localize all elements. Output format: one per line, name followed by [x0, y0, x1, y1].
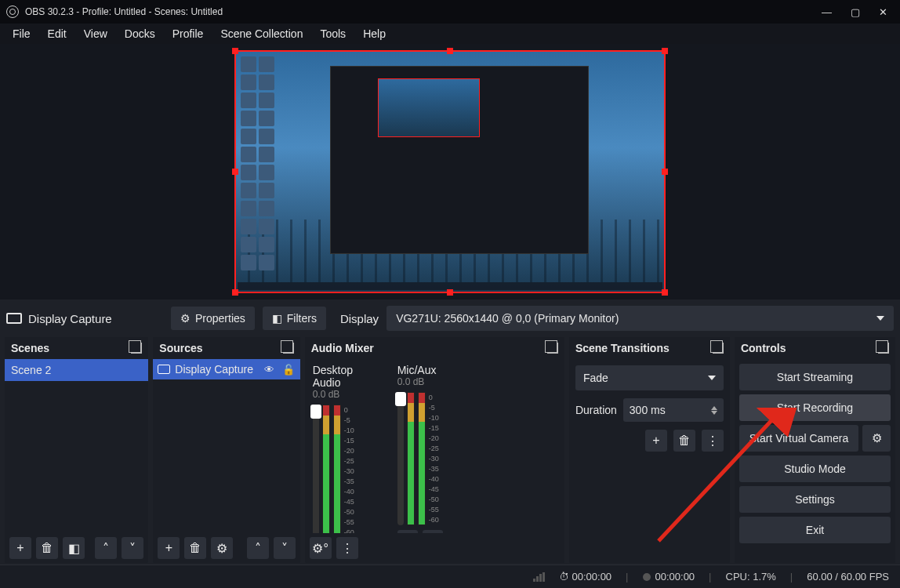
popout-icon[interactable] [547, 343, 558, 354]
popout-icon[interactable] [878, 343, 889, 354]
db-ticks: 0-5-10-15-20-25-30-35-40-45-50-55-60 [429, 392, 439, 525]
add-transition-button[interactable]: + [645, 430, 667, 452]
scene-filters-button[interactable]: ◧ [63, 537, 85, 559]
popout-icon[interactable] [713, 343, 724, 354]
chevron-down-icon [876, 316, 884, 321]
statusbar: ⏱ 00:00:00 | 00:00:00 | CPU: 1.7% | 60.0… [0, 564, 900, 588]
channel-menu-button[interactable]: ⋮ [423, 530, 443, 533]
volume-slider[interactable] [313, 405, 319, 533]
menu-view[interactable]: View [76, 24, 115, 43]
add-source-button[interactable]: + [158, 537, 180, 559]
menu-tools[interactable]: Tools [312, 24, 354, 43]
network-signal-icon [533, 572, 545, 582]
studio-mode-button[interactable]: Studio Mode [739, 456, 891, 482]
controls-dock: Controls Start Streaming Start Recording… [735, 337, 895, 563]
transitions-dock: Scene Transitions Fade Duration 300 ms +… [569, 337, 730, 563]
filters-button[interactable]: ◧Filters [263, 307, 326, 330]
start-streaming-button[interactable]: Start Streaming [739, 364, 891, 390]
preview-selected-source[interactable] [234, 50, 666, 293]
gear-icon: ⚙ [180, 312, 191, 325]
current-source-label: Display Capture [6, 312, 163, 325]
rec-indicator: 00:00:00 [643, 571, 695, 583]
chevron-down-icon [708, 376, 716, 380]
popout-icon[interactable] [283, 343, 294, 354]
menu-file[interactable]: File [5, 24, 38, 43]
display-icon [158, 365, 170, 374]
display-label: Display [340, 312, 379, 325]
remove-transition-button[interactable]: 🗑 [673, 430, 695, 452]
exit-button[interactable]: Exit [739, 517, 891, 543]
spinner-icon[interactable] [711, 406, 717, 415]
scene-move-up-button[interactable]: ˄ [95, 537, 117, 559]
volume-slider[interactable] [397, 392, 404, 525]
sources-title: Sources [159, 342, 202, 354]
scenes-title: Scenes [11, 342, 49, 354]
duration-input[interactable]: 300 ms [623, 398, 724, 422]
settings-button[interactable]: Settings [739, 486, 891, 513]
cpu-usage: CPU: 1.7% [726, 571, 776, 583]
audio-meter [418, 392, 426, 525]
display-select[interactable]: VG271U: 2560x1440 @ 0,0 (Primary Monitor… [386, 306, 894, 331]
menubar: File Edit View Docks Profile Scene Colle… [0, 24, 900, 44]
menu-docks[interactable]: Docks [117, 24, 163, 43]
mixer-title: Audio Mixer [311, 342, 374, 354]
popout-icon[interactable] [131, 343, 142, 354]
menu-profile[interactable]: Profile [165, 24, 212, 43]
visibility-toggle-icon[interactable]: 👁 [263, 364, 277, 376]
mixer-channel-mic: Mic/Aux 0.0 dB 0-5-10-15-20-25-30-35-40-… [397, 364, 468, 533]
mute-button[interactable]: 🔊 [397, 530, 418, 533]
close-button[interactable]: ✕ [879, 6, 887, 18]
menu-scene-collection[interactable]: Scene Collection [212, 24, 310, 43]
filters-icon: ◧ [272, 312, 282, 325]
display-icon [6, 313, 22, 324]
live-duration: ⏱ 00:00:00 [559, 571, 611, 583]
window-title: OBS 30.2.3 - Profile: Untitled - Scenes:… [25, 6, 223, 17]
fps-counter: 60.00 / 60.00 FPS [807, 571, 889, 583]
obs-logo-icon [6, 5, 19, 18]
scene-move-down-button[interactable]: ˅ [122, 537, 143, 559]
mixer-channel-desktop: Desktop Audio 0.0 dB 0-5-10-15-20-25-30-… [313, 364, 383, 533]
duration-label: Duration [575, 404, 617, 416]
preview-area[interactable] [0, 44, 900, 299]
scene-item[interactable]: Scene 2 [5, 359, 148, 381]
remove-source-button[interactable]: 🗑 [184, 537, 206, 559]
start-virtual-camera-button[interactable]: Start Virtual Camera [739, 425, 858, 452]
nested-obs-window [330, 66, 589, 254]
maximize-button[interactable]: ▢ [851, 6, 860, 18]
remove-scene-button[interactable]: 🗑 [36, 537, 58, 559]
properties-button[interactable]: ⚙Properties [171, 307, 255, 330]
titlebar: OBS 30.2.3 - Profile: Untitled - Scenes:… [0, 0, 900, 24]
audio-mixer-dock: Audio Mixer Desktop Audio 0.0 dB 0-5-10-… [305, 337, 564, 563]
add-scene-button[interactable]: + [9, 537, 31, 559]
transition-select[interactable]: Fade [575, 365, 724, 390]
source-move-down-button[interactable]: ˅ [274, 537, 296, 559]
minimize-button[interactable]: — [822, 6, 832, 18]
transition-menu-button[interactable]: ⋮ [702, 430, 724, 452]
db-ticks: 0-5-10-15-20-25-30-35-40-45-50-55-60 [344, 405, 354, 533]
sources-dock: Sources Display Capture 👁 🔓 + 🗑 ⚙ ˄ ˅ [153, 337, 299, 563]
virtual-camera-settings-button[interactable]: ⚙ [862, 425, 891, 452]
source-move-up-button[interactable]: ˄ [247, 537, 269, 559]
mixer-menu-button[interactable]: ⋮ [336, 537, 358, 559]
source-properties-button[interactable]: ⚙ [211, 537, 233, 559]
source-toolbar: Display Capture ⚙Properties ◧Filters Dis… [0, 299, 900, 337]
audio-meter [333, 405, 341, 533]
record-dot-icon [643, 573, 651, 581]
menu-edit[interactable]: Edit [40, 24, 74, 43]
start-recording-button[interactable]: Start Recording [739, 394, 891, 421]
source-item[interactable]: Display Capture 👁 🔓 [153, 359, 299, 379]
audio-meter [322, 405, 330, 533]
menu-help[interactable]: Help [355, 24, 394, 43]
controls-title: Controls [741, 342, 786, 354]
audio-meter [407, 392, 415, 525]
scenes-dock: Scenes Scene 2 + 🗑 ◧ ˄ ˅ [5, 337, 148, 563]
mixer-settings-button[interactable]: ⚙° [310, 537, 332, 559]
lock-toggle-icon[interactable]: 🔓 [281, 364, 296, 376]
transitions-title: Scene Transitions [575, 342, 670, 354]
